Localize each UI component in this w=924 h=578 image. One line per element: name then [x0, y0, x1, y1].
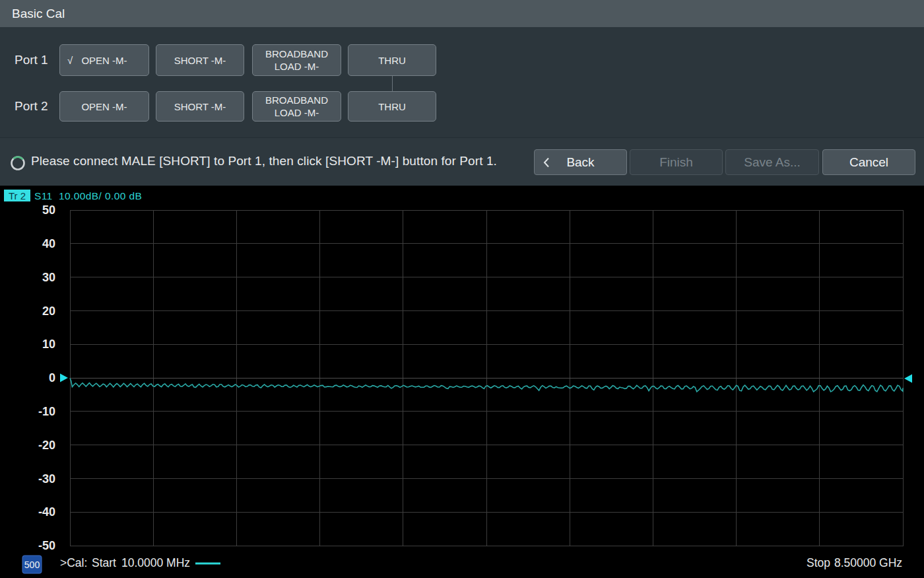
svg-text:-20: -20 — [38, 439, 55, 452]
svg-text:-10: -10 — [38, 405, 55, 418]
svg-text:50: 50 — [42, 203, 55, 217]
svg-text:8.50000 GHz: 8.50000 GHz — [834, 556, 902, 569]
svg-text:Tr 2: Tr 2 — [9, 190, 26, 201]
svg-text:S11 10.00dB/ 0.00 dB: S11 10.00dB/ 0.00 dB — [34, 190, 142, 201]
svg-text:500: 500 — [24, 560, 40, 570]
svg-text:-40: -40 — [38, 505, 55, 519]
svg-text:0: 0 — [49, 371, 55, 384]
svg-text:10: 10 — [42, 338, 55, 351]
svg-text:-50: -50 — [38, 539, 55, 552]
svg-text:>Cal:: >Cal: — [60, 556, 87, 569]
svg-text:30: 30 — [42, 271, 55, 284]
svg-text:40: 40 — [42, 237, 55, 250]
svg-text:-30: -30 — [38, 472, 55, 486]
svg-text:Stop: Stop — [807, 556, 830, 569]
svg-text:Start: Start — [92, 556, 116, 569]
svg-text:10.0000 MHz: 10.0000 MHz — [121, 556, 190, 569]
svg-text:20: 20 — [42, 305, 55, 318]
